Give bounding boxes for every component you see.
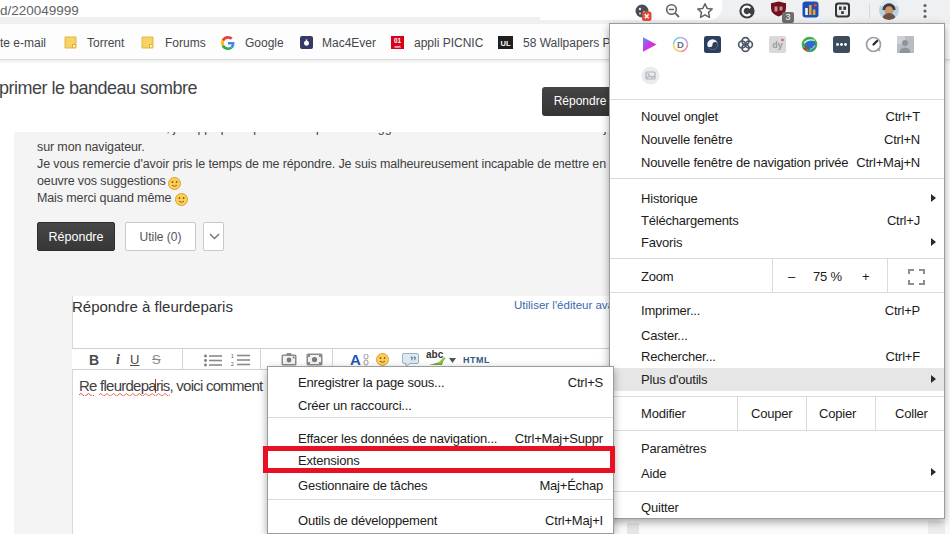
svg-text:dy: dy bbox=[772, 40, 783, 50]
svg-text:D: D bbox=[677, 39, 684, 50]
svg-text:1: 1 bbox=[231, 353, 234, 359]
svg-text:net: net bbox=[395, 44, 402, 49]
svg-text:2: 2 bbox=[231, 361, 234, 367]
svg-text:UL: UL bbox=[501, 39, 511, 48]
